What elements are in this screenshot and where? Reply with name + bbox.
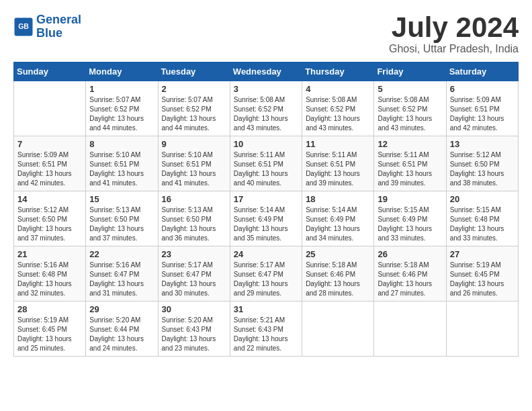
calendar-cell: 19Sunrise: 5:15 AMSunset: 6:49 PMDayligh… <box>374 191 446 246</box>
day-number: 1 <box>89 84 154 94</box>
day-number: 16 <box>162 194 226 204</box>
day-number: 3 <box>234 84 298 94</box>
calendar-cell <box>14 81 86 136</box>
day-info: Sunrise: 5:08 AMSunset: 6:52 PMDaylight:… <box>306 95 370 133</box>
calendar-cell: 25Sunrise: 5:18 AMSunset: 6:46 PMDayligh… <box>302 246 374 302</box>
calendar-cell: 3Sunrise: 5:08 AMSunset: 6:52 PMDaylight… <box>230 81 302 136</box>
day-info: Sunrise: 5:10 AMSunset: 6:51 PMDaylight:… <box>162 150 226 188</box>
header-cell-sunday: Sunday <box>14 62 86 81</box>
day-info: Sunrise: 5:19 AMSunset: 6:45 PMDaylight:… <box>450 261 515 298</box>
day-number: 5 <box>378 84 442 94</box>
calendar-cell: 31Sunrise: 5:21 AMSunset: 6:43 PMDayligh… <box>230 302 302 357</box>
calendar-cell: 5Sunrise: 5:08 AMSunset: 6:52 PMDaylight… <box>374 81 446 136</box>
calendar-cell: 1Sunrise: 5:07 AMSunset: 6:52 PMDaylight… <box>86 81 158 136</box>
day-number: 23 <box>162 249 226 259</box>
day-number: 25 <box>306 249 370 259</box>
page-header: GB General Blue July 2024 Ghosi, Uttar P… <box>13 13 519 55</box>
day-info: Sunrise: 5:11 AMSunset: 6:51 PMDaylight:… <box>378 150 442 188</box>
week-row-4: 21Sunrise: 5:16 AMSunset: 6:48 PMDayligh… <box>14 246 519 302</box>
logo-line2: Blue <box>36 26 62 40</box>
day-number: 22 <box>89 249 154 259</box>
day-info: Sunrise: 5:15 AMSunset: 6:49 PMDaylight:… <box>378 205 442 243</box>
calendar-cell: 14Sunrise: 5:12 AMSunset: 6:50 PMDayligh… <box>14 191 86 246</box>
header-cell-wednesday: Wednesday <box>230 62 302 81</box>
header-cell-thursday: Thursday <box>302 62 374 81</box>
calendar-cell: 26Sunrise: 5:18 AMSunset: 6:46 PMDayligh… <box>374 246 446 302</box>
day-info: Sunrise: 5:14 AMSunset: 6:49 PMDaylight:… <box>306 205 370 243</box>
day-info: Sunrise: 5:09 AMSunset: 6:51 PMDaylight:… <box>450 95 515 133</box>
calendar-cell: 24Sunrise: 5:17 AMSunset: 6:47 PMDayligh… <box>230 246 302 302</box>
day-number: 8 <box>89 139 154 149</box>
day-number: 4 <box>306 84 370 94</box>
calendar-cell: 12Sunrise: 5:11 AMSunset: 6:51 PMDayligh… <box>374 136 446 191</box>
calendar-cell: 9Sunrise: 5:10 AMSunset: 6:51 PMDaylight… <box>158 136 230 191</box>
day-number: 13 <box>450 139 515 149</box>
week-row-5: 28Sunrise: 5:19 AMSunset: 6:45 PMDayligh… <box>14 302 519 357</box>
calendar-cell: 16Sunrise: 5:13 AMSunset: 6:50 PMDayligh… <box>158 191 230 246</box>
calendar-cell <box>302 302 374 357</box>
day-number: 18 <box>306 194 370 204</box>
day-number: 12 <box>378 139 442 149</box>
logo: GB General Blue <box>13 13 81 40</box>
calendar-cell: 2Sunrise: 5:07 AMSunset: 6:52 PMDaylight… <box>158 81 230 136</box>
day-info: Sunrise: 5:18 AMSunset: 6:46 PMDaylight:… <box>378 261 442 298</box>
day-info: Sunrise: 5:11 AMSunset: 6:51 PMDaylight:… <box>234 150 298 188</box>
day-number: 27 <box>450 249 515 259</box>
day-info: Sunrise: 5:16 AMSunset: 6:47 PMDaylight:… <box>89 261 154 298</box>
day-info: Sunrise: 5:16 AMSunset: 6:48 PMDaylight:… <box>17 261 82 298</box>
calendar-cell: 8Sunrise: 5:10 AMSunset: 6:51 PMDaylight… <box>86 136 158 191</box>
week-row-3: 14Sunrise: 5:12 AMSunset: 6:50 PMDayligh… <box>14 191 519 246</box>
week-row-1: 1Sunrise: 5:07 AMSunset: 6:52 PMDaylight… <box>14 81 519 136</box>
day-number: 11 <box>306 139 370 149</box>
day-info: Sunrise: 5:09 AMSunset: 6:51 PMDaylight:… <box>17 150 82 188</box>
header-cell-saturday: Saturday <box>446 62 518 81</box>
calendar-cell: 4Sunrise: 5:08 AMSunset: 6:52 PMDaylight… <box>302 81 374 136</box>
calendar-cell: 27Sunrise: 5:19 AMSunset: 6:45 PMDayligh… <box>446 246 518 302</box>
calendar-cell: 22Sunrise: 5:16 AMSunset: 6:47 PMDayligh… <box>86 246 158 302</box>
day-number: 20 <box>450 194 515 204</box>
day-info: Sunrise: 5:21 AMSunset: 6:43 PMDaylight:… <box>234 316 298 353</box>
day-number: 14 <box>17 194 82 204</box>
day-number: 17 <box>234 194 298 204</box>
day-info: Sunrise: 5:10 AMSunset: 6:51 PMDaylight:… <box>89 150 154 188</box>
day-number: 19 <box>378 194 442 204</box>
day-info: Sunrise: 5:07 AMSunset: 6:52 PMDaylight:… <box>162 95 226 133</box>
calendar-cell: 13Sunrise: 5:12 AMSunset: 6:50 PMDayligh… <box>446 136 518 191</box>
calendar-cell: 11Sunrise: 5:11 AMSunset: 6:51 PMDayligh… <box>302 136 374 191</box>
day-info: Sunrise: 5:12 AMSunset: 6:50 PMDaylight:… <box>450 150 515 188</box>
day-number: 30 <box>162 304 226 314</box>
calendar-table: SundayMondayTuesdayWednesdayThursdayFrid… <box>13 62 519 357</box>
month-title: July 2024 <box>389 13 519 42</box>
day-info: Sunrise: 5:07 AMSunset: 6:52 PMDaylight:… <box>89 95 154 133</box>
day-info: Sunrise: 5:20 AMSunset: 6:44 PMDaylight:… <box>89 316 154 353</box>
logo-line1: General <box>36 13 81 26</box>
day-number: 31 <box>234 304 298 314</box>
day-info: Sunrise: 5:08 AMSunset: 6:52 PMDaylight:… <box>378 95 442 133</box>
calendar-body: 1Sunrise: 5:07 AMSunset: 6:52 PMDaylight… <box>14 81 519 357</box>
day-info: Sunrise: 5:18 AMSunset: 6:46 PMDaylight:… <box>306 261 370 298</box>
day-number: 15 <box>89 194 154 204</box>
day-number: 24 <box>234 249 298 259</box>
header-row: SundayMondayTuesdayWednesdayThursdayFrid… <box>14 62 519 81</box>
day-number: 9 <box>162 139 226 149</box>
calendar-cell: 6Sunrise: 5:09 AMSunset: 6:51 PMDaylight… <box>446 81 518 136</box>
day-number: 29 <box>89 304 154 314</box>
title-area: July 2024 Ghosi, Uttar Pradesh, India <box>389 13 519 55</box>
calendar-cell: 17Sunrise: 5:14 AMSunset: 6:49 PMDayligh… <box>230 191 302 246</box>
svg-text:GB: GB <box>18 22 29 30</box>
calendar-cell: 29Sunrise: 5:20 AMSunset: 6:44 PMDayligh… <box>86 302 158 357</box>
calendar-cell: 30Sunrise: 5:20 AMSunset: 6:43 PMDayligh… <box>158 302 230 357</box>
day-number: 26 <box>378 249 442 259</box>
day-info: Sunrise: 5:11 AMSunset: 6:51 PMDaylight:… <box>306 150 370 188</box>
week-row-2: 7Sunrise: 5:09 AMSunset: 6:51 PMDaylight… <box>14 136 519 191</box>
calendar-header: SundayMondayTuesdayWednesdayThursdayFrid… <box>14 62 519 81</box>
calendar-cell: 18Sunrise: 5:14 AMSunset: 6:49 PMDayligh… <box>302 191 374 246</box>
day-info: Sunrise: 5:20 AMSunset: 6:43 PMDaylight:… <box>162 316 226 353</box>
header-cell-monday: Monday <box>86 62 158 81</box>
day-info: Sunrise: 5:19 AMSunset: 6:45 PMDaylight:… <box>17 316 82 353</box>
day-info: Sunrise: 5:12 AMSunset: 6:50 PMDaylight:… <box>17 205 82 243</box>
header-cell-friday: Friday <box>374 62 446 81</box>
day-number: 6 <box>450 84 515 94</box>
day-number: 2 <box>162 84 226 94</box>
day-info: Sunrise: 5:13 AMSunset: 6:50 PMDaylight:… <box>162 205 226 243</box>
